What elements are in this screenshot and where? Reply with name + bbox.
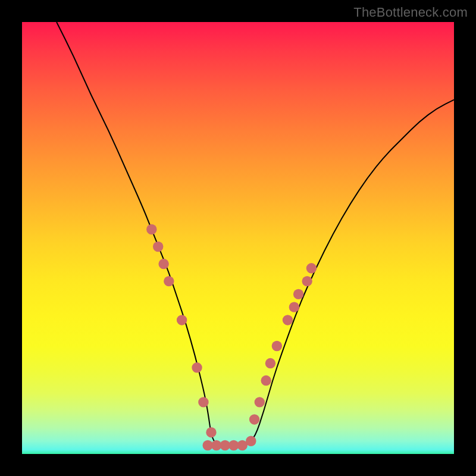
watermark-text: TheBottleneck.com: [353, 5, 468, 20]
curve-path: [57, 22, 454, 445]
data-point: [289, 302, 299, 312]
data-point: [272, 341, 282, 351]
data-point: [302, 276, 312, 286]
data-point: [206, 427, 216, 437]
data-point: [249, 414, 259, 424]
data-point: [192, 362, 202, 372]
chart-container: TheBottleneck.com: [0, 0, 476, 476]
data-point: [146, 224, 156, 234]
data-point: [255, 397, 265, 407]
data-point: [164, 276, 174, 286]
plot-area: [22, 22, 454, 454]
data-point: [283, 315, 293, 325]
data-point: [246, 436, 256, 446]
data-point: [265, 358, 275, 368]
data-point: [261, 375, 271, 386]
data-point: [158, 259, 168, 269]
data-point: [177, 315, 187, 325]
chart-svg: [22, 22, 454, 454]
data-point: [198, 397, 208, 407]
data-point: [306, 263, 317, 273]
data-point: [293, 289, 303, 299]
data-point: [153, 242, 163, 252]
